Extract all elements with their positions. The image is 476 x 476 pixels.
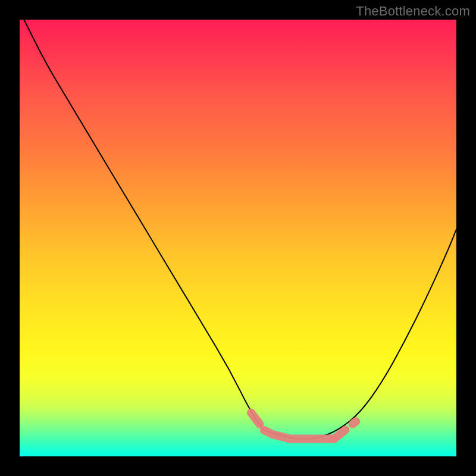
chart-svg (20, 20, 456, 456)
watermark-text: TheBottleneck.com (356, 4, 470, 19)
chart-frame: TheBottleneck.com (0, 0, 476, 476)
plot-area (20, 20, 456, 456)
curve-left (24, 20, 264, 430)
optimal-band-flat (264, 430, 334, 439)
curve-right (264, 229, 456, 439)
